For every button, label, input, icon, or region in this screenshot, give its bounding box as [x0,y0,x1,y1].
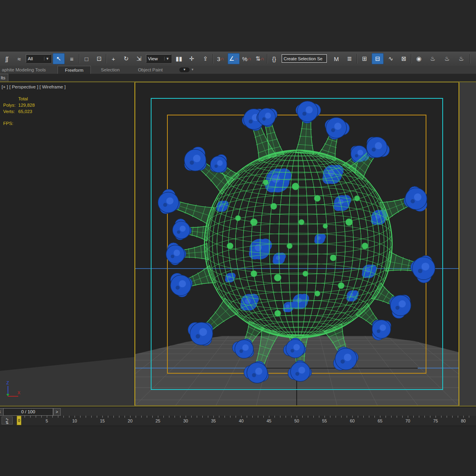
side-tab-row: lts [0,74,476,81]
frame-tick [291,416,292,418]
frame-tick [175,416,175,418]
toolbar-divider [411,54,412,63]
spike-tip-bulb [325,117,349,139]
rect-selection-region-icon[interactable]: □ [81,53,92,64]
spike-tip-bulb [158,189,180,214]
frame-tick [102,416,103,418]
current-frame-marker[interactable]: 0 [17,416,21,425]
angle-snap-icon[interactable]: ∠∩ [228,53,240,64]
rendered-frame-window-icon[interactable]: ♨ [427,53,439,64]
select-object-icon[interactable]: ↖ [53,53,65,64]
perspective-viewport[interactable]: ZX [+ ] [ Perspective ] [ Wireframe ] To… [0,81,476,407]
time-slider-handle[interactable]: 0 / 100 [3,408,53,416]
frame-tick [69,416,69,418]
ref-coord-system-dropdown[interactable]: View▼ [146,54,171,63]
frame-tick [180,416,180,418]
window-crossing-icon[interactable]: ⊡ [93,53,105,64]
frame-tick [463,416,464,418]
viewport-label[interactable]: [+ ] [ Perspective ] [ Wireframe ] [2,84,65,89]
frame-tick [363,416,364,418]
spike [158,189,215,225]
frame-forward-button[interactable]: > [53,408,61,416]
select-and-manipulate-icon[interactable]: ✛ [186,53,197,64]
frame-tick [63,416,64,418]
frame-tick [213,416,214,418]
frame-tick [424,416,425,418]
spike [318,117,349,160]
frame-label: 60 [350,418,355,423]
viewport-canvas[interactable]: ZX [0,81,476,407]
percent-snap-icon[interactable]: %∩ [241,53,253,64]
frame-tick [413,416,414,418]
stats-fps-label: FPS: [3,120,13,127]
magnet-glyph: ∩ [261,56,264,61]
curves-tool-icon[interactable]: ʃʃ [1,53,13,64]
chevron-down-icon[interactable]: ▾ [192,67,194,71]
mirror-icon[interactable]: M [330,53,342,64]
frame-tick [197,416,197,418]
toolbar-divider [470,54,470,63]
curve-editor-icon[interactable]: ∿ [385,53,397,64]
align-icon[interactable]: ≣ [344,53,355,64]
viewport-right-strip [459,81,476,407]
frame-tick [447,416,447,418]
mini-curve-editor-button[interactable]: ∿⇅ [2,416,13,424]
ribbon-tab-selection[interactable]: Selection [92,66,128,74]
frame-tick [191,416,192,418]
select-and-move-icon[interactable]: + [107,53,119,64]
keyboard-override-icon[interactable]: ⇪ [200,53,211,64]
ribbon-tab-aphite-modeling-tools[interactable]: aphite Modeling Tools [0,66,52,74]
select-and-scale-icon[interactable]: ⇲ [133,53,145,64]
frame-tick [147,416,147,418]
spinner-snap-icon[interactable]: ⇅∩ [254,53,266,64]
frame-tick [125,416,125,418]
spike [371,283,411,319]
wave-link-icon[interactable]: ≈ [13,53,25,64]
render-production-icon[interactable]: ♨ [441,53,453,64]
frame-tick [58,416,58,418]
track-bar[interactable]: ∿⇅ 51015202530354045505560657075800 [0,416,476,426]
named-selection-sets-icon[interactable]: {} [269,53,280,64]
frame-tick [386,416,386,418]
frame-tick [380,416,380,418]
ribbon-tab-object-paint[interactable]: Object Paint [131,66,170,74]
stats-total-header: Total [18,96,28,102]
snaps-toggle-icon[interactable]: 3∩ [215,53,226,64]
frame-tick [302,416,303,418]
frame-tick [252,416,253,418]
scene-explorer-icon[interactable]: ⊟ [372,53,384,64]
chevron-down-icon: ▼ [44,57,49,61]
spike [166,243,209,265]
ribbon-tab-freeform[interactable]: Freeform [58,66,91,74]
tab-lts[interactable]: lts [0,74,8,81]
frame-tick [297,416,297,418]
select-by-name-icon[interactable]: ≡ [66,53,78,64]
frame-tick [75,416,75,418]
stats-polys-label: Polys: [3,102,15,108]
frame-label: 20 [128,418,132,423]
layer-manager-icon[interactable]: ⊞ [359,53,370,64]
frame-label: 10 [72,418,77,423]
use-pivot-point-icon[interactable]: ▮▮ [173,53,185,64]
frame-tick [113,416,114,418]
frame-tick [397,416,397,418]
selection-filter-dropdown[interactable]: All▼ [26,54,51,63]
frame-tick [241,416,242,418]
select-and-rotate-icon[interactable]: ↻ [120,53,132,64]
frame-tick [347,416,347,418]
spike-tip-bulb [171,273,192,298]
spike-tip-bulb [184,147,207,171]
frame-tick [97,416,97,418]
frame-label: 70 [405,418,410,423]
schematic-view-icon[interactable]: ⊠ [398,53,410,64]
frame-label: 15 [100,418,105,423]
magnet-glyph: ∩ [221,56,224,61]
named-selection-field[interactable]: Create Selection Se [282,54,327,63]
ground-dim [0,357,135,406]
render-iterative-icon[interactable]: ♨ [455,53,467,64]
render-setup-icon[interactable]: ◉ [413,53,425,64]
time-slider[interactable]: < 0 / 100 > [0,407,476,416]
spike-tip-bulb [166,243,186,265]
ribbon-more-button[interactable]: ▼ [179,67,190,72]
spike [380,186,427,221]
